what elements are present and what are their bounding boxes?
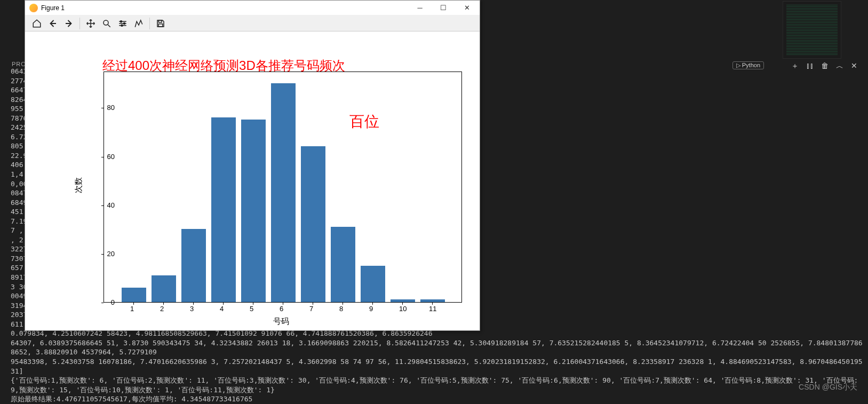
x-tick-label: 1	[130, 305, 134, 313]
bar	[181, 229, 206, 302]
bar	[331, 227, 355, 302]
y-tick-label: 0	[99, 298, 115, 306]
x-tick-label: 2	[160, 305, 164, 313]
x-axis-label: 号码	[273, 316, 289, 327]
pan-icon[interactable]	[83, 17, 98, 30]
y-tick-label: 20	[99, 250, 115, 258]
window-minimize-button[interactable]: ─	[408, 1, 432, 14]
svg-rect-4	[158, 20, 162, 22]
forward-icon[interactable]	[61, 17, 76, 30]
y-axis-label: 次数	[74, 177, 84, 193]
bar	[420, 299, 445, 302]
y-tick-label: 80	[99, 104, 115, 112]
window-titlebar[interactable]: Figure 1 ─ ☐ ✕	[25, 1, 480, 15]
y-tick-label: 60	[99, 153, 115, 161]
x-tick-label: 3	[190, 305, 194, 313]
edit-axes-icon[interactable]	[131, 17, 146, 30]
x-tick-label: 4	[220, 305, 224, 313]
x-tick-label: 6	[280, 305, 283, 313]
chart-area: 经过400次神经网络预测3D各推荐号码频次 次数 号码 百位 123456789…	[25, 31, 480, 330]
x-tick-label: 10	[399, 305, 407, 313]
svg-point-2	[124, 22, 125, 24]
bar	[361, 266, 385, 302]
window-close-button[interactable]: ✕	[455, 1, 479, 14]
x-tick-label: 8	[339, 305, 343, 313]
save-icon[interactable]	[153, 17, 168, 30]
bar	[271, 83, 296, 302]
figure-window: Figure 1 ─ ☐ ✕	[25, 0, 480, 331]
app-icon	[29, 4, 38, 12]
window-maximize-button[interactable]: ☐	[432, 1, 455, 14]
x-tick-label: 5	[250, 305, 253, 313]
window-title: Figure 1	[41, 4, 65, 12]
minimap[interactable]	[783, 1, 841, 59]
svg-rect-5	[158, 23, 163, 26]
bar	[152, 275, 176, 302]
back-icon[interactable]	[45, 17, 60, 30]
x-tick-label: 11	[429, 305, 436, 313]
x-tick-label: 7	[309, 305, 313, 313]
svg-point-0	[103, 20, 108, 25]
bar	[211, 117, 236, 302]
bar	[301, 146, 325, 302]
svg-point-1	[121, 20, 122, 22]
mpl-toolbar	[25, 15, 480, 31]
home-icon[interactable]	[29, 17, 44, 30]
y-tick-label: 40	[99, 201, 115, 209]
watermark: CSDN @GIS小天	[799, 383, 857, 392]
svg-point-3	[121, 25, 123, 26]
bar	[122, 288, 146, 302]
bar	[241, 120, 266, 302]
x-tick-label: 9	[369, 305, 373, 313]
bar	[391, 299, 415, 302]
zoom-icon[interactable]	[99, 17, 114, 30]
configure-subplots-icon[interactable]	[115, 17, 130, 30]
plot-box	[103, 72, 462, 303]
